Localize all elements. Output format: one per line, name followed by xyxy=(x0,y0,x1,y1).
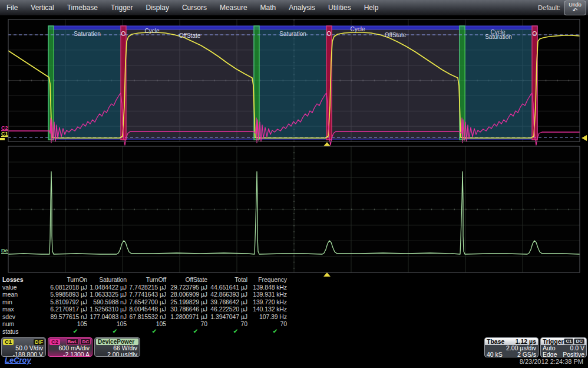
timebase-box[interactable]: Tbase 1.12 µs 2.00 µs/div 40 kS 2 GS/s xyxy=(484,337,539,357)
default-label: Default: xyxy=(538,4,560,11)
c1-scale: 50.0 V/div xyxy=(2,345,45,351)
status-ok-icon: ✔ xyxy=(166,328,207,336)
menu-trigger[interactable]: Trigger xyxy=(104,0,140,15)
menu-analysis[interactable]: Analysis xyxy=(282,0,322,15)
timebase-samples: 40 kS xyxy=(487,351,503,358)
turnoff-label: O xyxy=(533,31,537,37)
cell: 70 xyxy=(207,320,247,328)
col-offstate: OffState xyxy=(166,276,207,284)
saturation-label: Saturation xyxy=(279,31,306,37)
menu-vertical[interactable]: Vertical xyxy=(24,0,60,15)
cell: 42.866393 µJ xyxy=(207,291,247,298)
cell: 6.2170917 µJ xyxy=(37,305,87,313)
device-power-zero-marker: De xyxy=(1,248,8,254)
trigger-source-badge: C1 xyxy=(564,339,573,345)
cell: 105 xyxy=(87,320,127,328)
cell: 139.848 kHz xyxy=(247,284,287,291)
cell: 70 xyxy=(166,320,207,328)
status-ok-icon: ✔ xyxy=(247,328,287,336)
cell: 7.7741643 µJ xyxy=(127,291,166,298)
row-label: min xyxy=(2,298,37,306)
c1-zero-marker: C1 xyxy=(1,131,8,137)
losses-num-row: num 105 105 105 70 70 70 xyxy=(2,320,287,328)
timebase-scale: 2.00 µs/div xyxy=(506,345,536,351)
cell: 7.6542700 µJ xyxy=(127,298,166,306)
cell: 105 xyxy=(37,320,87,328)
trigger-time-marker-top[interactable] xyxy=(323,142,331,146)
trigger-box[interactable]: Trigger C1 DC Auto 0.0 V Edge Positive xyxy=(540,337,587,357)
cell: 8.0045448 µJ xyxy=(127,305,166,313)
row-label: sdev xyxy=(2,313,37,321)
menu-timebase[interactable]: Timebase xyxy=(61,0,104,15)
cell: 46.222520 µJ xyxy=(207,305,247,313)
cell: 6.0812018 µJ xyxy=(37,284,87,291)
c2-descriptor-box[interactable]: C2 BwL DC 600 mA/div -2.1300 A xyxy=(48,337,93,357)
cell: 67.815532 nJ xyxy=(127,313,166,321)
channel-edge-markers: C2 C1 De xyxy=(0,125,8,254)
cell: 1.0484422 µJ xyxy=(87,284,127,291)
menu-cursors[interactable]: Cursors xyxy=(176,0,213,15)
menu-file[interactable]: File xyxy=(0,0,24,15)
cell: 1.0633325 µJ xyxy=(87,291,127,298)
col-total: Total xyxy=(207,276,247,284)
cell: 30.786646 µJ xyxy=(166,305,207,313)
device-power-scale: 66 W/div xyxy=(95,345,140,351)
cell: 39.766642 µJ xyxy=(207,298,247,306)
trigger-coupling-badge: DC xyxy=(574,339,584,345)
cell: 70 xyxy=(247,320,287,328)
cell: 139.931 kHz xyxy=(247,291,287,298)
datetime: 8/23/2012 2:24:38 PM xyxy=(520,358,583,365)
undo-button[interactable]: Undo ↶ xyxy=(564,1,586,15)
c1-dif-badge: DIF xyxy=(34,339,44,345)
row-label: mean xyxy=(2,291,37,298)
status-ok-icon: ✔ xyxy=(207,328,247,336)
cell: 1.5256310 µJ xyxy=(87,305,127,313)
col-turnoff: TurnOff xyxy=(127,276,166,284)
col-turnon: TurnOn xyxy=(37,276,87,284)
losses-value-row: value 6.0812018 µJ 1.0484422 µJ 7.742821… xyxy=(2,284,287,291)
offstate-label: OffState xyxy=(179,32,201,39)
device-power-descriptor-box[interactable]: DevicePower 66 W/div 2.00 µs/div xyxy=(94,337,140,357)
status-ok-icon: ✔ xyxy=(37,328,87,336)
cell: 107.39 Hz xyxy=(247,313,287,321)
trigger-level-marker[interactable] xyxy=(582,135,587,141)
losses-mean-row: mean 5.9985893 µJ 1.0633325 µJ 7.7741643… xyxy=(2,291,287,298)
menu-bar: File Vertical Timebase Trigger Display C… xyxy=(0,0,588,15)
turnoff-label: O xyxy=(121,31,126,37)
saturation-label: Saturation xyxy=(74,31,101,37)
trigger-type: Edge xyxy=(543,351,557,358)
c1-offset-marker xyxy=(0,138,5,140)
c2-scale: 600 mA/div xyxy=(48,345,92,351)
losses-table: Losses TurnOn Saturation TurnOff OffStat… xyxy=(2,276,287,335)
row-label: value xyxy=(2,284,37,291)
cell: 139.720 kHz xyxy=(247,298,287,306)
cell: 590.5988 nJ xyxy=(87,298,127,306)
menu-math[interactable]: Math xyxy=(254,0,283,15)
menu-display[interactable]: Display xyxy=(140,0,176,15)
cell: 5.8109792 µJ xyxy=(37,298,87,306)
cell: 28.006909 µJ xyxy=(166,291,207,298)
c1-channel-badge: C1 xyxy=(3,339,14,345)
trigger-level: 0.0 V xyxy=(570,345,584,351)
losses-header-row: Losses TurnOn Saturation TurnOff OffStat… xyxy=(2,276,287,284)
cycle-label: Cycle xyxy=(144,28,159,34)
offstate-label: OffState xyxy=(385,32,407,38)
row-label: max xyxy=(2,305,37,313)
c2-offset: -2.1300 A xyxy=(48,351,92,357)
c1-descriptor-box[interactable]: C1 DIF 50.0 V/div -188.800 V xyxy=(1,337,46,357)
menu-utilities[interactable]: Utilities xyxy=(322,0,358,15)
cell: 44.651641 µJ xyxy=(207,284,247,291)
cell: 29.723795 µJ xyxy=(166,284,207,291)
menu-help[interactable]: Help xyxy=(358,0,385,15)
status-ok-icon: ✔ xyxy=(87,328,127,336)
trigger-time-marker-bottom[interactable] xyxy=(323,272,331,277)
cycle-label: Cycle xyxy=(350,26,365,32)
trigger-slope: Positive xyxy=(563,351,584,358)
c2-channel-badge: C2 xyxy=(49,339,60,345)
losses-min-row: min 5.8109792 µJ 590.5988 nJ 7.6542700 µ… xyxy=(2,298,287,306)
offstate-zone xyxy=(332,29,460,139)
cell: 140.132 kHz xyxy=(247,305,287,313)
menu-measure[interactable]: Measure xyxy=(213,0,254,15)
turnoff-label: O xyxy=(327,31,332,37)
cell: 1.3947047 µJ xyxy=(207,313,247,321)
